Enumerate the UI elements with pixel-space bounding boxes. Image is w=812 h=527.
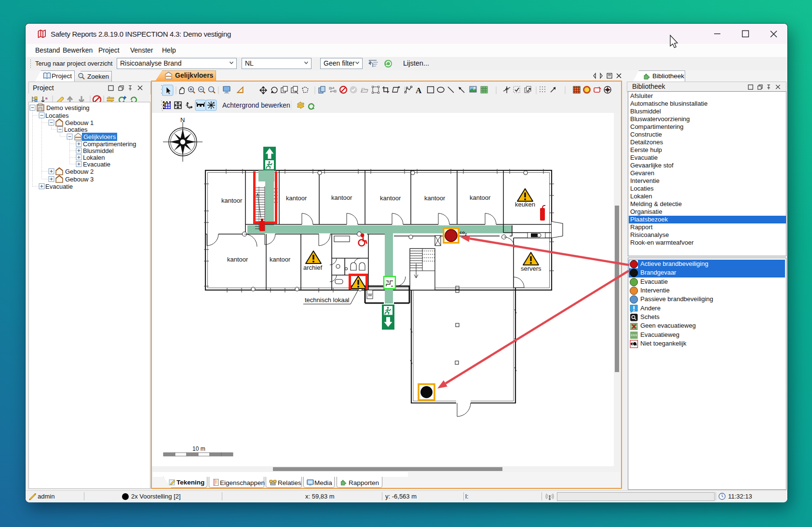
svg-text:A: A xyxy=(416,86,422,95)
svg-text:kantoor: kantoor xyxy=(227,256,248,263)
svg-text:W: W xyxy=(368,292,372,297)
svg-text:kantoor: kantoor xyxy=(331,194,352,201)
svg-text:Achtergrond bewerken: Achtergrond bewerken xyxy=(222,101,290,109)
svg-text:N: N xyxy=(180,116,185,124)
svg-text:kantoor: kantoor xyxy=(286,194,307,202)
svg-text:technisch lokaal: technisch lokaal xyxy=(305,296,350,304)
svg-text:2: 2 xyxy=(465,233,467,236)
svg-text:kantoor: kantoor xyxy=(380,194,401,202)
svg-text:archief: archief xyxy=(303,264,322,271)
svg-text:kantoor: kantoor xyxy=(424,194,446,202)
svg-text:co: co xyxy=(460,230,465,235)
svg-text:kantoor: kantoor xyxy=(221,197,243,204)
svg-text:kantoor: kantoor xyxy=(270,256,291,263)
svg-text:a: a xyxy=(45,96,48,100)
svg-text:kantoor: kantoor xyxy=(470,194,491,201)
svg-text:10 m: 10 m xyxy=(192,445,205,452)
svg-text:N: N xyxy=(213,101,215,104)
svg-text:keuken: keuken xyxy=(515,201,535,208)
svg-text:servers: servers xyxy=(521,265,541,272)
